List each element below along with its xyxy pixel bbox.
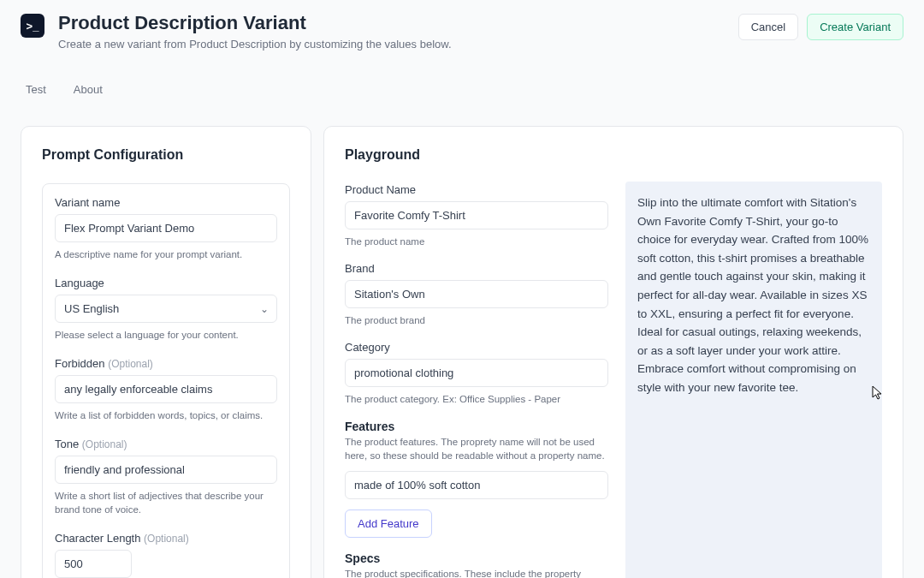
prompt-config-panel: Prompt Configuration Variant name A desc… (21, 126, 311, 578)
cancel-button[interactable]: Cancel (738, 14, 798, 40)
output-preview: Slip into the ultimate comfort with Sita… (625, 182, 882, 578)
product-name-input[interactable] (345, 201, 608, 229)
page-title: Product Description Variant (58, 12, 738, 34)
category-label: Category (345, 341, 608, 354)
char-length-optional: (Optional) (144, 533, 189, 545)
app-logo-icon: >_ (21, 14, 44, 38)
variant-name-input[interactable] (55, 214, 277, 242)
add-feature-button[interactable]: Add Feature (345, 509, 432, 538)
language-hint: Please select a language for your conten… (55, 328, 277, 342)
playground-title: Playground (345, 147, 608, 163)
playground-panel: Playground Product Name The product name… (323, 126, 903, 578)
tab-about[interactable]: About (72, 76, 104, 106)
tone-label: Tone (Optional) (55, 438, 277, 450)
char-length-label-text: Character Length (55, 532, 140, 545)
variant-name-label: Variant name (55, 196, 277, 209)
header-actions: Cancel Create Variant (738, 14, 903, 40)
features-label: Features (345, 420, 608, 433)
page-header: >_ Product Description Variant Create a … (0, 0, 924, 61)
language-label: Language (55, 277, 277, 289)
product-name-hint: The product name (345, 235, 608, 248)
feature-input-0[interactable] (345, 471, 608, 499)
brand-field: Brand The product brand (345, 262, 608, 327)
variant-name-field: Variant name A descriptive name for your… (55, 196, 277, 261)
brand-label: Brand (345, 262, 608, 275)
features-hint: The product features. The proprety name … (345, 435, 608, 462)
forbidden-input[interactable] (55, 375, 277, 403)
char-length-label: Character Length (Optional) (55, 532, 277, 545)
forbidden-label-text: Forbidden (55, 357, 105, 370)
forbidden-optional: (Optional) (108, 358, 153, 370)
variant-name-hint: A descriptive name for your prompt varia… (55, 247, 277, 261)
specs-label: Specs (345, 551, 608, 565)
char-length-field: Character Length (Optional) Specify the … (55, 532, 277, 578)
char-length-input[interactable] (55, 550, 132, 578)
content-area: Prompt Configuration Variant name A desc… (0, 107, 924, 578)
tone-input[interactable] (55, 456, 277, 484)
tone-hint: Write a short list of adjectives that de… (55, 489, 277, 516)
specs-field: Specs The product specifications. These … (345, 551, 608, 578)
category-input[interactable] (345, 359, 608, 387)
config-fields: Variant name A descriptive name for your… (42, 183, 290, 578)
language-select[interactable] (55, 295, 277, 323)
page-subtitle: Create a new variant from Product Descri… (58, 38, 738, 51)
category-hint: The product category. Ex: Office Supplie… (345, 392, 608, 406)
tone-label-text: Tone (55, 438, 79, 450)
create-variant-button[interactable]: Create Variant (807, 14, 903, 40)
product-name-field: Product Name The product name (345, 183, 608, 248)
tab-test[interactable]: Test (24, 76, 48, 106)
language-field: Language ⌄ Please select a language for … (55, 277, 277, 342)
title-block: Product Description Variant Create a new… (58, 12, 738, 51)
forbidden-hint: Write a list of forbidden words, topics,… (55, 408, 277, 422)
page-scroll[interactable]: >_ Product Description Variant Create a … (0, 0, 924, 578)
product-name-label: Product Name (345, 183, 608, 196)
playground-form: Playground Product Name The product name… (345, 147, 608, 578)
brand-hint: The product brand (345, 313, 608, 327)
tone-field: Tone (Optional) Write a short list of ad… (55, 438, 277, 516)
tone-optional: (Optional) (82, 438, 127, 450)
tabs: Test About (0, 76, 924, 107)
brand-input[interactable] (345, 280, 608, 308)
forbidden-field: Forbidden (Optional) Write a list of for… (55, 357, 277, 422)
forbidden-label: Forbidden (Optional) (55, 357, 277, 370)
specs-hint: The product specifications. These includ… (345, 567, 608, 578)
category-field: Category The product category. Ex: Offic… (345, 341, 608, 406)
prompt-config-title: Prompt Configuration (42, 147, 290, 163)
features-field: Features The product features. The propr… (345, 420, 608, 538)
